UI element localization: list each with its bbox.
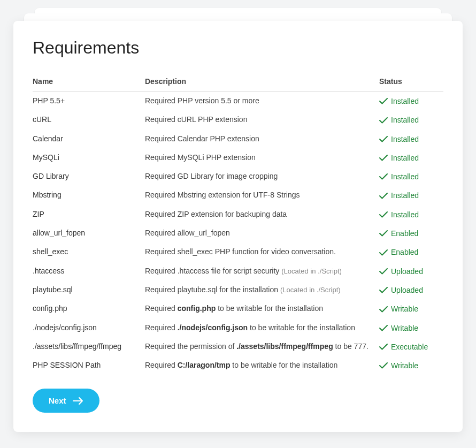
req-status: Installed (379, 186, 443, 204)
check-icon (379, 211, 388, 218)
req-description: Required Mbstring extension for UTF-8 St… (145, 186, 379, 204)
check-icon (379, 344, 388, 350)
req-name: ./assets/libs/ffmpeg/ffmpeg (33, 337, 145, 356)
req-name: PHP 5.5+ (33, 92, 145, 111)
req-status: Writable (379, 299, 443, 318)
check-icon (379, 136, 388, 142)
table-row: ./assets/libs/ffmpeg/ffmpegRequired the … (33, 337, 443, 356)
table-row: ./nodejs/config.jsonRequired ./nodejs/co… (33, 318, 443, 337)
req-status: Installed (379, 205, 443, 224)
req-description: Required the permission of ./assets/libs… (145, 337, 379, 356)
req-status: Installed (379, 167, 443, 186)
req-name: allow_url_fopen (33, 224, 145, 242)
check-icon (379, 325, 388, 331)
req-description: Required shell_exec PHP function for vid… (145, 242, 379, 261)
page-title: Requirements (33, 38, 443, 58)
req-name: ZIP (33, 205, 145, 224)
req-status: Installed (379, 110, 443, 129)
req-description: Required ./nodejs/config.json to be writ… (145, 318, 379, 337)
req-description: Required GD Library for image cropping (145, 167, 379, 186)
req-description: Required cURL PHP extension (145, 110, 379, 129)
req-description: Required allow_url_fopen (145, 224, 379, 242)
arrow-right-icon (73, 397, 83, 405)
table-row: ZIPRequired ZIP extension for backuping … (33, 205, 443, 224)
check-icon (379, 268, 388, 275)
req-status: Enabled (379, 242, 443, 261)
req-name: PHP SESSION Path (33, 356, 145, 375)
req-status: Installed (379, 148, 443, 167)
table-row: MySQLiRequired MySQLi PHP extensionInsta… (33, 148, 443, 167)
req-name: Mbstring (33, 186, 145, 204)
table-row: MbstringRequired Mbstring extension for … (33, 186, 443, 204)
req-name: playtube.sql (33, 280, 145, 299)
req-description: Required Calendar PHP extension (145, 130, 379, 148)
check-icon (379, 193, 388, 199)
req-description: Required PHP version 5.5 or more (145, 92, 379, 111)
req-hint: (Located in ./Script) (281, 267, 342, 275)
req-name: GD Library (33, 167, 145, 186)
req-status: Uploaded (379, 262, 443, 280)
col-description: Description (145, 73, 379, 92)
req-name: MySQLi (33, 148, 145, 167)
check-icon (379, 287, 388, 293)
check-icon (379, 98, 388, 104)
check-icon (379, 155, 388, 161)
col-status: Status (379, 73, 443, 92)
req-hint: (Located in ./Script) (280, 286, 341, 294)
table-row: allow_url_fopenRequired allow_url_fopenE… (33, 224, 443, 242)
req-status: Uploaded (379, 280, 443, 299)
table-row: playtube.sqlRequired playtube.sql for th… (33, 280, 443, 299)
req-description: Required config.php to be writable for t… (145, 299, 379, 318)
table-row: config.phpRequired config.php to be writ… (33, 299, 443, 318)
table-row: cURLRequired cURL PHP extensionInstalled (33, 110, 443, 129)
req-status: Writable (379, 318, 443, 337)
check-icon (379, 173, 388, 180)
check-icon (379, 249, 388, 256)
req-status: Enabled (379, 224, 443, 242)
check-icon (379, 117, 388, 124)
req-name: config.php (33, 299, 145, 318)
req-name: Calendar (33, 130, 145, 148)
req-description: Required playtube.sql for the installati… (145, 280, 379, 299)
requirements-card: Requirements Name Description Status PHP… (13, 21, 463, 432)
req-description: Required .htaccess file for script secur… (145, 262, 379, 280)
req-status: Installed (379, 92, 443, 111)
requirements-table: Name Description Status PHP 5.5+Required… (33, 73, 443, 375)
next-button[interactable]: Next (33, 389, 99, 413)
check-icon (379, 362, 388, 369)
req-name: shell_exec (33, 242, 145, 261)
check-icon (379, 306, 388, 313)
req-description: Required ZIP extension for backuping dat… (145, 205, 379, 224)
req-status: Executable (379, 337, 443, 356)
table-row: GD LibraryRequired GD Library for image … (33, 167, 443, 186)
next-button-label: Next (49, 396, 66, 405)
req-description: Required MySQLi PHP extension (145, 148, 379, 167)
table-row: PHP SESSION PathRequired C:/laragon/tmp … (33, 356, 443, 375)
col-name: Name (33, 73, 145, 92)
check-icon (379, 230, 388, 237)
table-row: PHP 5.5+Required PHP version 5.5 or more… (33, 92, 443, 111)
req-name: ./nodejs/config.json (33, 318, 145, 337)
req-name: .htaccess (33, 262, 145, 280)
req-status: Writable (379, 356, 443, 375)
req-description: Required C:/laragon/tmp to be writable f… (145, 356, 379, 375)
table-row: .htaccessRequired .htaccess file for scr… (33, 262, 443, 280)
table-row: CalendarRequired Calendar PHP extensionI… (33, 130, 443, 148)
table-row: shell_execRequired shell_exec PHP functi… (33, 242, 443, 261)
req-status: Installed (379, 130, 443, 148)
req-name: cURL (33, 110, 145, 129)
